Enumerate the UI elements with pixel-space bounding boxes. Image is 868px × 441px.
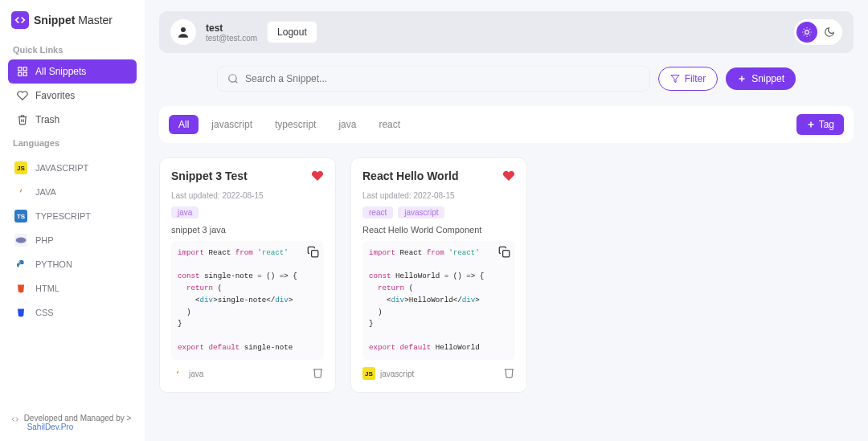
sidebar: Snippet Master Quick Links All Snippets … [0, 0, 145, 441]
tag-chip-typescript[interactable]: typescript [265, 115, 326, 134]
lang-item-python[interactable]: PYTHON [8, 252, 137, 276]
svg-point-5 [19, 261, 20, 262]
footer: Developed and Managed by > SahilDev.Pro [8, 409, 137, 436]
code-block: import React from 'react' const HelloWor… [362, 241, 515, 360]
snippet-cards: Snippet 3 Test Last updated: 2022-08-15 … [159, 157, 854, 393]
nav-label: Favorites [35, 90, 75, 101]
card-tag[interactable]: react [362, 206, 393, 218]
card-language: JS javascript [362, 367, 414, 380]
username: test [206, 22, 257, 34]
plus-icon [806, 120, 816, 129]
delete-button[interactable] [312, 366, 324, 381]
card-desc: snippet 3 java [171, 225, 324, 235]
nav-label: All Snippets [35, 66, 86, 77]
search-icon [227, 73, 239, 84]
lang-item-css[interactable]: CSS [8, 300, 137, 325]
dark-mode-button[interactable] [819, 22, 840, 43]
html-icon [14, 282, 27, 295]
snippet-card: React Hello World Last updated: 2022-08-… [350, 157, 527, 393]
java-icon [14, 186, 27, 198]
svg-marker-18 [671, 76, 679, 83]
lang-label: PYTHON [35, 259, 72, 269]
trash-icon [16, 114, 29, 125]
lang-label: PHP [35, 235, 54, 245]
svg-rect-23 [312, 251, 318, 257]
add-tag-button[interactable]: Tag [796, 114, 844, 135]
code-icon [11, 414, 19, 425]
svg-rect-2 [18, 72, 22, 76]
footer-text: Developed and Managed by > [24, 414, 132, 423]
lang-item-html[interactable]: HTML [8, 276, 137, 300]
svg-rect-1 [23, 67, 27, 71]
heart-icon [16, 90, 29, 101]
card-title: React Hello World [362, 169, 459, 182]
language-list: JSJAVASCRIPTJAVATSTYPESCRIPTPHPPYTHONHTM… [8, 156, 137, 409]
tag-chip-all[interactable]: All [169, 115, 199, 134]
copy-button[interactable] [498, 246, 510, 260]
filter-button[interactable]: Filter [658, 67, 719, 91]
svg-rect-3 [23, 72, 27, 76]
filter-icon [670, 74, 680, 84]
header-bar: test test@test.com Logout [159, 11, 854, 53]
copy-button[interactable] [307, 246, 319, 260]
java-icon [171, 367, 184, 380]
php-icon [14, 234, 27, 247]
snippet-card: Snippet 3 Test Last updated: 2022-08-15 … [159, 157, 336, 393]
card-tag[interactable]: java [171, 206, 199, 218]
tag-chip-react[interactable]: react [369, 115, 410, 134]
lang-item-java[interactable]: JAVA [8, 180, 137, 204]
search-box[interactable] [217, 66, 650, 92]
card-tag[interactable]: javascript [398, 206, 444, 218]
svg-line-17 [235, 81, 238, 84]
card-updated: Last updated: 2022-08-15 [171, 191, 324, 200]
logo[interactable]: Snippet Master [8, 11, 137, 39]
svg-rect-0 [18, 67, 22, 71]
lang-label: CSS [35, 308, 54, 317]
user-block: test test@test.com [206, 22, 257, 43]
python-icon [14, 258, 27, 271]
theme-toggle [794, 19, 842, 45]
favorite-button[interactable] [502, 169, 515, 185]
light-mode-button[interactable] [796, 22, 817, 43]
svg-line-14 [804, 35, 805, 35]
tag-bar: Alljavascripttypescriptjavareact Tag [159, 106, 854, 143]
footer-link[interactable]: SahilDev.Pro [27, 423, 74, 431]
svg-rect-24 [503, 251, 510, 257]
avatar[interactable] [170, 19, 196, 45]
svg-point-6 [181, 27, 186, 32]
languages-label: Languages [8, 132, 137, 153]
svg-line-10 [804, 29, 805, 30]
typescript-icon: TS [14, 210, 27, 223]
lang-item-php[interactable]: PHP [8, 228, 137, 252]
card-updated: Last updated: 2022-08-15 [362, 191, 515, 200]
logout-button[interactable]: Logout [267, 21, 317, 43]
nav-favorites[interactable]: Favorites [8, 84, 137, 108]
delete-button[interactable] [503, 366, 515, 381]
css-icon [14, 306, 27, 319]
search-row: Filter Snippet [217, 53, 796, 106]
logo-icon [11, 11, 29, 29]
lang-item-javascript[interactable]: JSJAVASCRIPT [8, 156, 137, 180]
add-snippet-button[interactable]: Snippet [726, 67, 796, 90]
card-title: Snippet 3 Test [171, 169, 248, 182]
lang-label: JAVA [35, 187, 56, 197]
plus-icon [737, 74, 747, 84]
code-content: import React from 'react' const single-n… [178, 247, 317, 353]
nav-all-snippets[interactable]: All Snippets [8, 59, 137, 84]
lang-item-typescript[interactable]: TSTYPESCRIPT [8, 204, 137, 228]
svg-line-15 [809, 29, 810, 30]
svg-point-16 [229, 75, 236, 82]
lang-label: TYPESCRIPT [35, 211, 91, 221]
tag-chip-javascript[interactable]: javascript [202, 115, 262, 134]
favorite-button[interactable] [311, 169, 324, 185]
javascript-icon: JS [14, 161, 27, 174]
js-icon: JS [362, 367, 375, 380]
tag-chip-java[interactable]: java [329, 115, 366, 134]
lang-label: HTML [35, 284, 59, 293]
lang-label: JAVASCRIPT [35, 163, 88, 173]
logo-text: Snippet Master [34, 14, 113, 27]
card-desc: React Hello World Component [362, 225, 515, 235]
search-input[interactable] [245, 73, 640, 84]
svg-line-11 [809, 35, 810, 35]
nav-trash[interactable]: Trash [8, 108, 137, 132]
